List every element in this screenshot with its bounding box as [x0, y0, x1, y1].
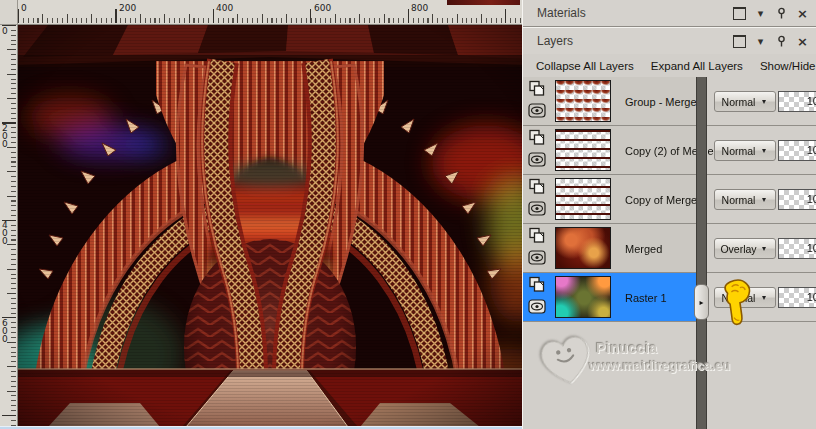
splitter-arrow-icon: ▸: [699, 298, 703, 307]
layer-thumbnail[interactable]: [555, 178, 611, 220]
blend-mode-value: Overlay: [715, 243, 762, 255]
layer-list: Group - Merged Copy (2) of Merged: [523, 77, 696, 322]
chevron-down-icon: ▾: [762, 97, 775, 106]
heart-logo-icon: [535, 329, 597, 391]
blend-mode-value: Normal: [715, 194, 762, 206]
layer-pages-icon[interactable]: [528, 80, 546, 97]
pin-icon[interactable]: [775, 35, 788, 48]
blend-mode-dropdown[interactable]: Normal ▾: [714, 91, 776, 112]
pin-icon[interactable]: [775, 7, 788, 20]
pointing-hand-cursor: [717, 275, 760, 332]
layer-pages-icon[interactable]: [528, 227, 546, 244]
layer-pages-icon[interactable]: [528, 178, 546, 195]
layer-thumbnail[interactable]: [555, 129, 611, 171]
close-panel-icon[interactable]: ×: [796, 7, 809, 20]
opacity-field[interactable]: 10: [778, 140, 816, 161]
layers-list-body: Group - Merged Copy (2) of Merged: [523, 77, 816, 429]
layer-name[interactable]: Copy of Merged: [625, 194, 703, 206]
layer-thumbnail[interactable]: [555, 227, 611, 269]
vertical-ruler: 0 200 400 600: [0, 25, 18, 429]
visibility-eye-icon[interactable]: [528, 200, 546, 217]
opacity-field[interactable]: 10: [778, 238, 816, 259]
ruler-label: 600: [2, 319, 9, 343]
chevron-down-icon: ▾: [762, 146, 775, 155]
blend-row: Normal ▾ 10: [707, 126, 816, 175]
opacity-value: 10: [807, 144, 816, 156]
close-panel-icon[interactable]: ×: [796, 35, 809, 48]
blend-row: Normal ▾ 10: [707, 175, 816, 224]
layer-name[interactable]: Raster 1: [625, 292, 667, 304]
show-hide-button[interactable]: Show/Hide Q: [760, 60, 816, 72]
watermark-name: Pinuccia: [596, 340, 658, 356]
chevron-down-icon: ▾: [762, 244, 775, 253]
visibility-eye-icon[interactable]: [528, 151, 546, 168]
layers-toolbar: Collapse All Layers Expand All Layers Sh…: [523, 54, 816, 77]
blend-mode-value: Normal: [715, 96, 762, 108]
canvas-artwork: [18, 25, 522, 427]
splitter-handle[interactable]: ▸: [694, 284, 709, 320]
layer-name[interactable]: Merged: [625, 243, 662, 255]
opacity-field[interactable]: 10: [778, 189, 816, 210]
layer-thumbnail[interactable]: [555, 80, 611, 122]
image-workspace: 0 200 400 600 800 0 200 400 600: [0, 0, 522, 429]
ruler-label: 0: [2, 27, 9, 35]
ruler-label: 0: [21, 3, 27, 13]
visibility-eye-icon[interactable]: [528, 102, 546, 119]
float-panel-icon[interactable]: [733, 7, 746, 20]
materials-panel-title: Materials: [537, 6, 733, 20]
layer-thumbnail[interactable]: [555, 276, 611, 318]
visibility-eye-icon[interactable]: [528, 249, 546, 266]
side-panel: Materials ▾ × Layers ▾ ×: [522, 0, 816, 429]
blend-mode-dropdown[interactable]: Overlay ▾: [714, 238, 776, 259]
watermark-site: www.maidiregrafica.eu: [589, 358, 730, 373]
ruler-label: 800: [411, 3, 428, 13]
layer-pages-icon[interactable]: [528, 129, 546, 146]
blend-mode-dropdown[interactable]: Normal ▾: [714, 189, 776, 210]
canvas-image[interactable]: [18, 25, 522, 427]
blend-row: Overlay ▾ 10: [707, 224, 816, 273]
opacity-value: 10: [807, 242, 816, 254]
visibility-eye-icon[interactable]: [528, 298, 546, 315]
layers-panel-title: Layers: [537, 34, 733, 48]
window-edge: [447, 0, 520, 5]
opacity-value: 10: [807, 193, 816, 205]
layer-row-group-merged[interactable]: Group - Merged: [523, 77, 696, 126]
ruler-label: 600: [314, 3, 331, 13]
ruler-corner: [0, 0, 18, 25]
ruler-label: 200: [119, 3, 136, 13]
layer-pages-icon[interactable]: [528, 276, 546, 293]
layers-panel-titlebar: Layers ▾ ×: [523, 28, 816, 54]
watermark: Pinuccia www.maidiregrafica.eu: [533, 327, 706, 427]
blend-mode-value: Normal: [715, 145, 762, 157]
blend-mode-dropdown[interactable]: Normal ▾: [714, 140, 776, 161]
ruler-label: 200: [2, 124, 9, 148]
collapse-all-layers-button[interactable]: Collapse All Layers: [536, 60, 634, 72]
layer-name[interactable]: Group - Merged: [625, 96, 703, 108]
layer-row-copy-merged[interactable]: Copy of Merged: [523, 175, 696, 224]
ruler-label: 400: [216, 3, 233, 13]
expand-all-layers-button[interactable]: Expand All Layers: [651, 60, 743, 72]
app-window: 0 200 400 600 800 0 200 400 600: [0, 0, 816, 429]
layer-row-copy2-merged[interactable]: Copy (2) of Merged: [523, 126, 696, 175]
blend-row: Normal ▾ 10: [707, 77, 816, 126]
layers-panel-splitter[interactable]: [696, 77, 707, 429]
opacity-field[interactable]: 10: [778, 91, 816, 112]
float-panel-icon[interactable]: [733, 35, 746, 48]
chevron-down-icon: ▾: [762, 195, 775, 204]
layer-row-merged[interactable]: Merged: [523, 224, 696, 273]
panel-menu-arrow-icon[interactable]: ▾: [754, 35, 767, 48]
opacity-field[interactable]: 10: [778, 287, 816, 308]
panel-menu-arrow-icon[interactable]: ▾: [754, 7, 767, 20]
layer-row-raster1[interactable]: Raster 1: [523, 273, 696, 322]
opacity-value: 10: [807, 95, 816, 107]
chevron-down-icon: ▾: [762, 293, 775, 302]
ruler-label: 400: [2, 221, 9, 245]
materials-panel-titlebar: Materials ▾ ×: [523, 0, 816, 26]
opacity-value: 10: [807, 291, 816, 303]
